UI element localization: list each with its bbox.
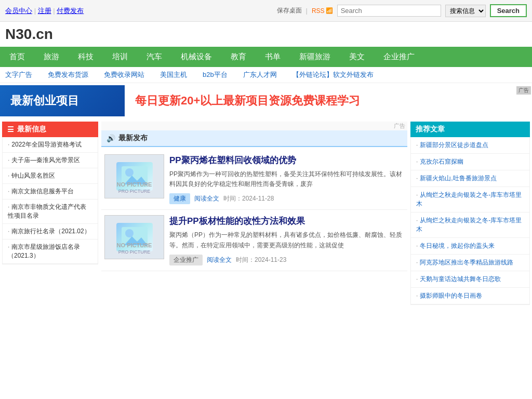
article-body: 提升PP板材性能的改性方法和效果聚丙烯（PP）作为一种常见的塑料材料，具有诸多优… (169, 215, 404, 265)
member-center-link[interactable]: 会员中心 (5, 7, 32, 15)
nav-item-机械设备[interactable]: 机械设备 (171, 47, 221, 67)
link-item[interactable]: b2b平台 (203, 70, 228, 79)
nav-item-汽车[interactable]: 汽车 (137, 47, 171, 67)
sidebar-list-item: 南京旅行社名录（2021.02） (3, 224, 98, 240)
nav-item-美文[interactable]: 美文 (340, 47, 374, 67)
logo-bar: N30.cn (0, 22, 532, 47)
article-tag[interactable]: 健康 (169, 193, 190, 204)
right-sidebar-item: 天鹅与童话边城共舞冬日恋歌 (411, 271, 529, 288)
svg-point-1 (125, 168, 134, 177)
nav-item-培训[interactable]: 培训 (103, 47, 137, 67)
right-sidebar-link[interactable]: 摄影师眼中的冬日画卷 (411, 288, 529, 304)
article-meta: 企业推广阅读全文时间：2024-11-23 (169, 255, 404, 265)
no-picture-label: NO PICTURE (117, 181, 152, 188)
banner-right: 每日更新20+以上最新项目资源免费课程学习 (125, 85, 532, 116)
rss-link[interactable]: RSS 📶 (312, 7, 333, 15)
article-title: 提升PP板材性能的改性方法和效果 (169, 215, 404, 227)
logo-n30: N30 (5, 26, 32, 42)
no-picture-label: NO PICTURE (117, 242, 152, 248)
right-sidebar-link[interactable]: 从绚烂之秋走向银装之冬-库车市塔里木 (411, 212, 529, 237)
list-icon (7, 125, 14, 134)
article-item: NO PICTURE PRO PICTURE 提升PP板材性能的改性方法和效果聚… (101, 210, 407, 271)
banner-ad-label: 广告 (516, 86, 531, 95)
banner-left-text: 最新创业项目 (10, 93, 79, 109)
right-sidebar-item: 阿克苏地区推出冬季精品旅游线路 (411, 255, 529, 271)
sidebar-link[interactable]: 南京市非物质文化遗产代表性项目名录 (3, 200, 98, 223)
right-sidebar-link[interactable]: 从绚烂之秋走向银装之冬-库车市塔里木 (411, 187, 529, 212)
search-button[interactable]: Search (490, 4, 527, 17)
banner-left: 最新创业项目 (0, 85, 125, 116)
article-time: 时间：2024-11-23 (236, 256, 286, 264)
link-item[interactable]: 广东人才网 (243, 70, 277, 79)
right-sidebar-link[interactable]: 阿克苏地区推出冬季精品旅游线路 (411, 255, 529, 271)
right-sidebar-link[interactable]: 新疆部分景区徒步道盘点 (411, 137, 529, 153)
article-title: PP聚丙烯在塑料回收领域的优势 (169, 154, 404, 166)
sidebar-list-item: 钟山风景名胜区 (3, 168, 98, 184)
paid-publish-link[interactable]: 付费发布 (57, 7, 84, 15)
sidebar-link[interactable]: 钟山风景名胜区 (3, 168, 98, 183)
center-section-title: 最新发布 (101, 130, 407, 147)
center-ad-label: 广告 (101, 122, 407, 130)
sidebar-title-text: 最新信息 (17, 125, 46, 134)
link-item[interactable]: 【外链论坛】软文外链发布 (292, 70, 374, 79)
right-sidebar-link[interactable]: 新疆火焰山,吐鲁番旅游景点 (411, 170, 529, 187)
right-sidebar-link[interactable]: 冬日秘境，掀起你的盖头来 (411, 238, 529, 254)
article-image: NO PICTURE PRO PICTURE (104, 154, 164, 198)
links-area: 文字广告免费发布货源免费收录网站美国主机b2b平台广东人才网【外链论坛】软文外链… (0, 67, 532, 83)
right-sidebar-link[interactable]: 天鹅与童话边城共舞冬日恋歌 (411, 271, 529, 287)
link-item[interactable]: 文字广告 (5, 70, 32, 79)
right-sidebar: 推荐文章 新疆部分景区徒步道盘点克孜尔石窟探幽新疆火焰山,吐鲁番旅游景点从绚烂之… (410, 122, 530, 305)
sidebar-list-item: 南京市非物质文化遗产代表性项目名录 (3, 200, 98, 224)
sidebar-list-item: 2022年全国导游资格考试 (3, 137, 98, 153)
save-desktop-link[interactable]: 保存桌面 (277, 6, 302, 15)
link-item[interactable]: 美国主机 (160, 70, 187, 79)
nav-item-教育[interactable]: 教育 (221, 47, 256, 67)
sidebar-link[interactable]: 2022年全国导游资格考试 (3, 137, 98, 152)
rss-icon: 📶 (326, 7, 333, 14)
pipe2: | (53, 7, 55, 15)
sidebar-link[interactable]: 南京市星级旅游饭店名录（2021.3） (3, 240, 98, 263)
sidebar-link[interactable]: 南京旅行社名录（2021.02） (3, 224, 98, 239)
banner: 最新创业项目 每日更新20+以上最新项目资源免费课程学习 广告 (0, 85, 532, 116)
nav-item-科技[interactable]: 科技 (69, 47, 103, 67)
sidebar-link[interactable]: 夫子庙—秦淮风光带景区 (3, 153, 98, 168)
article-time: 时间：2024-11-28 (223, 194, 274, 203)
right-sidebar-link[interactable]: 克孜尔石窟探幽 (411, 154, 529, 170)
article-image: NO PICTURE PRO PICTURE (104, 215, 164, 259)
register-link[interactable]: 注册 (38, 7, 51, 15)
right-sidebar-item: 从绚烂之秋走向银装之冬-库车市塔里木 (411, 212, 529, 238)
article-summary: PP聚丙烯作为一种可回收的热塑性塑料，备受关注其环保特性和可持续发展性。该材料因… (169, 169, 404, 189)
article-summary: 聚丙烯（PP）作为一种常见的塑料材料，具有诸多优点，如价格低廉、耐腐蚀、轻质等。… (169, 230, 404, 250)
right-sidebar-item: 新疆火焰山,吐鲁番旅游景点 (411, 170, 529, 187)
search-input[interactable] (337, 5, 441, 17)
nav-item-企业推广[interactable]: 企业推广 (374, 47, 424, 67)
svg-point-4 (125, 229, 134, 237)
site-logo[interactable]: N30.cn (5, 26, 53, 43)
article-title-link[interactable]: PP聚丙烯在塑料回收领域的优势 (169, 155, 296, 165)
right-sidebar-item: 新疆部分景区徒步道盘点 (411, 137, 529, 154)
logo-cn: .cn (32, 26, 52, 42)
link-item[interactable]: 免费收录网站 (104, 70, 144, 79)
article-read-more[interactable]: 阅读全文 (194, 194, 219, 203)
speaker-icon (107, 134, 115, 142)
article-meta: 健康阅读全文时间：2024-11-28 (169, 193, 404, 204)
articles-list: NO PICTURE PRO PICTURE PP聚丙烯在塑料回收领域的优势PP… (101, 149, 407, 271)
nav-item-新疆旅游[interactable]: 新疆旅游 (290, 47, 340, 67)
nav-item-旅游[interactable]: 旅游 (34, 47, 69, 67)
article-item: NO PICTURE PRO PICTURE PP聚丙烯在塑料回收领域的优势PP… (101, 149, 407, 210)
nav-item-书单[interactable]: 书单 (256, 47, 290, 67)
article-title-link[interactable]: 提升PP板材性能的改性方法和效果 (169, 216, 305, 226)
right-sidebar-item: 摄影师眼中的冬日画卷 (411, 288, 529, 304)
sidebar-list-item: 南京市星级旅游饭店名录（2021.3） (3, 240, 98, 264)
nav-item-首页[interactable]: 首页 (0, 47, 34, 67)
article-read-more[interactable]: 阅读全文 (207, 256, 232, 264)
article-tag[interactable]: 企业推广 (169, 255, 203, 265)
rss-label: RSS (312, 7, 325, 15)
pro-picture-label: PRO PICTURE (118, 249, 151, 255)
sidebar-link[interactable]: 南京文旅信息服务平台 (3, 184, 98, 199)
pro-picture-label: PRO PICTURE (118, 189, 151, 194)
topbar: 会员中心 | 注册 | 付费发布 保存桌面 | RSS 📶 搜索信息 Searc… (0, 0, 532, 22)
search-select[interactable]: 搜索信息 (445, 5, 486, 17)
link-item[interactable]: 免费发布货源 (48, 70, 88, 79)
right-sidebar-item: 冬日秘境，掀起你的盖头来 (411, 238, 529, 255)
